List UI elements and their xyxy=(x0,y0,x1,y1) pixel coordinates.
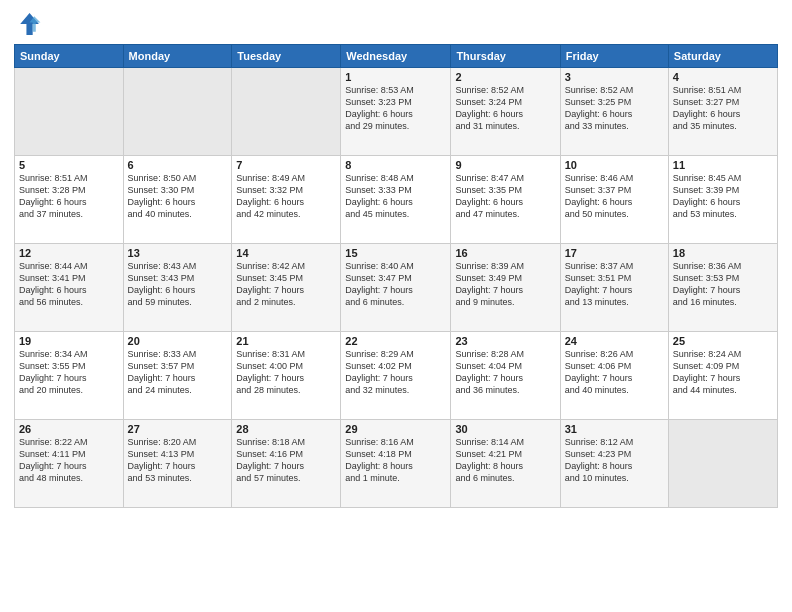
day-number: 21 xyxy=(236,335,336,347)
day-cell: 18Sunrise: 8:36 AM Sunset: 3:53 PM Dayli… xyxy=(668,244,777,332)
day-cell: 22Sunrise: 8:29 AM Sunset: 4:02 PM Dayli… xyxy=(341,332,451,420)
day-cell: 17Sunrise: 8:37 AM Sunset: 3:51 PM Dayli… xyxy=(560,244,668,332)
day-info: Sunrise: 8:29 AM Sunset: 4:02 PM Dayligh… xyxy=(345,348,446,397)
day-cell: 9Sunrise: 8:47 AM Sunset: 3:35 PM Daylig… xyxy=(451,156,560,244)
day-cell: 3Sunrise: 8:52 AM Sunset: 3:25 PM Daylig… xyxy=(560,68,668,156)
day-info: Sunrise: 8:51 AM Sunset: 3:27 PM Dayligh… xyxy=(673,84,773,133)
day-info: Sunrise: 8:36 AM Sunset: 3:53 PM Dayligh… xyxy=(673,260,773,309)
weekday-header-monday: Monday xyxy=(123,45,232,68)
day-number: 26 xyxy=(19,423,119,435)
day-info: Sunrise: 8:52 AM Sunset: 3:24 PM Dayligh… xyxy=(455,84,555,133)
day-cell: 31Sunrise: 8:12 AM Sunset: 4:23 PM Dayli… xyxy=(560,420,668,508)
day-cell: 16Sunrise: 8:39 AM Sunset: 3:49 PM Dayli… xyxy=(451,244,560,332)
day-info: Sunrise: 8:18 AM Sunset: 4:16 PM Dayligh… xyxy=(236,436,336,485)
day-cell: 30Sunrise: 8:14 AM Sunset: 4:21 PM Dayli… xyxy=(451,420,560,508)
calendar-body: 1Sunrise: 8:53 AM Sunset: 3:23 PM Daylig… xyxy=(15,68,778,508)
day-number: 31 xyxy=(565,423,664,435)
day-number: 7 xyxy=(236,159,336,171)
day-number: 3 xyxy=(565,71,664,83)
day-info: Sunrise: 8:51 AM Sunset: 3:28 PM Dayligh… xyxy=(19,172,119,221)
day-info: Sunrise: 8:16 AM Sunset: 4:18 PM Dayligh… xyxy=(345,436,446,485)
day-number: 10 xyxy=(565,159,664,171)
day-info: Sunrise: 8:50 AM Sunset: 3:30 PM Dayligh… xyxy=(128,172,228,221)
day-number: 23 xyxy=(455,335,555,347)
day-cell: 6Sunrise: 8:50 AM Sunset: 3:30 PM Daylig… xyxy=(123,156,232,244)
day-number: 4 xyxy=(673,71,773,83)
day-info: Sunrise: 8:53 AM Sunset: 3:23 PM Dayligh… xyxy=(345,84,446,133)
day-info: Sunrise: 8:31 AM Sunset: 4:00 PM Dayligh… xyxy=(236,348,336,397)
weekday-header-friday: Friday xyxy=(560,45,668,68)
day-cell: 29Sunrise: 8:16 AM Sunset: 4:18 PM Dayli… xyxy=(341,420,451,508)
day-info: Sunrise: 8:45 AM Sunset: 3:39 PM Dayligh… xyxy=(673,172,773,221)
calendar-table: SundayMondayTuesdayWednesdayThursdayFrid… xyxy=(14,44,778,508)
day-cell: 21Sunrise: 8:31 AM Sunset: 4:00 PM Dayli… xyxy=(232,332,341,420)
day-cell: 14Sunrise: 8:42 AM Sunset: 3:45 PM Dayli… xyxy=(232,244,341,332)
day-number: 13 xyxy=(128,247,228,259)
day-cell: 23Sunrise: 8:28 AM Sunset: 4:04 PM Dayli… xyxy=(451,332,560,420)
weekday-header-wednesday: Wednesday xyxy=(341,45,451,68)
day-info: Sunrise: 8:39 AM Sunset: 3:49 PM Dayligh… xyxy=(455,260,555,309)
day-number: 9 xyxy=(455,159,555,171)
day-number: 14 xyxy=(236,247,336,259)
week-row-3: 12Sunrise: 8:44 AM Sunset: 3:41 PM Dayli… xyxy=(15,244,778,332)
day-cell: 13Sunrise: 8:43 AM Sunset: 3:43 PM Dayli… xyxy=(123,244,232,332)
day-info: Sunrise: 8:43 AM Sunset: 3:43 PM Dayligh… xyxy=(128,260,228,309)
day-number: 2 xyxy=(455,71,555,83)
day-number: 8 xyxy=(345,159,446,171)
calendar-header: SundayMondayTuesdayWednesdayThursdayFrid… xyxy=(15,45,778,68)
day-cell: 26Sunrise: 8:22 AM Sunset: 4:11 PM Dayli… xyxy=(15,420,124,508)
day-number: 12 xyxy=(19,247,119,259)
day-number: 30 xyxy=(455,423,555,435)
day-info: Sunrise: 8:26 AM Sunset: 4:06 PM Dayligh… xyxy=(565,348,664,397)
day-cell: 8Sunrise: 8:48 AM Sunset: 3:33 PM Daylig… xyxy=(341,156,451,244)
day-cell: 5Sunrise: 8:51 AM Sunset: 3:28 PM Daylig… xyxy=(15,156,124,244)
day-info: Sunrise: 8:52 AM Sunset: 3:25 PM Dayligh… xyxy=(565,84,664,133)
day-number: 6 xyxy=(128,159,228,171)
day-cell: 1Sunrise: 8:53 AM Sunset: 3:23 PM Daylig… xyxy=(341,68,451,156)
weekday-header-tuesday: Tuesday xyxy=(232,45,341,68)
day-number: 15 xyxy=(345,247,446,259)
header xyxy=(14,10,778,38)
week-row-2: 5Sunrise: 8:51 AM Sunset: 3:28 PM Daylig… xyxy=(15,156,778,244)
day-info: Sunrise: 8:20 AM Sunset: 4:13 PM Dayligh… xyxy=(128,436,228,485)
day-cell xyxy=(668,420,777,508)
day-info: Sunrise: 8:46 AM Sunset: 3:37 PM Dayligh… xyxy=(565,172,664,221)
day-cell: 12Sunrise: 8:44 AM Sunset: 3:41 PM Dayli… xyxy=(15,244,124,332)
logo-icon xyxy=(14,10,42,38)
day-cell: 4Sunrise: 8:51 AM Sunset: 3:27 PM Daylig… xyxy=(668,68,777,156)
day-number: 19 xyxy=(19,335,119,347)
day-number: 11 xyxy=(673,159,773,171)
day-cell: 28Sunrise: 8:18 AM Sunset: 4:16 PM Dayli… xyxy=(232,420,341,508)
day-number: 18 xyxy=(673,247,773,259)
day-cell: 11Sunrise: 8:45 AM Sunset: 3:39 PM Dayli… xyxy=(668,156,777,244)
day-info: Sunrise: 8:47 AM Sunset: 3:35 PM Dayligh… xyxy=(455,172,555,221)
day-number: 27 xyxy=(128,423,228,435)
day-cell: 24Sunrise: 8:26 AM Sunset: 4:06 PM Dayli… xyxy=(560,332,668,420)
day-number: 25 xyxy=(673,335,773,347)
weekday-header-thursday: Thursday xyxy=(451,45,560,68)
week-row-4: 19Sunrise: 8:34 AM Sunset: 3:55 PM Dayli… xyxy=(15,332,778,420)
day-number: 20 xyxy=(128,335,228,347)
day-cell: 2Sunrise: 8:52 AM Sunset: 3:24 PM Daylig… xyxy=(451,68,560,156)
day-cell: 7Sunrise: 8:49 AM Sunset: 3:32 PM Daylig… xyxy=(232,156,341,244)
day-number: 5 xyxy=(19,159,119,171)
day-info: Sunrise: 8:28 AM Sunset: 4:04 PM Dayligh… xyxy=(455,348,555,397)
day-number: 22 xyxy=(345,335,446,347)
day-cell: 19Sunrise: 8:34 AM Sunset: 3:55 PM Dayli… xyxy=(15,332,124,420)
day-number: 16 xyxy=(455,247,555,259)
weekday-row: SundayMondayTuesdayWednesdayThursdayFrid… xyxy=(15,45,778,68)
day-info: Sunrise: 8:12 AM Sunset: 4:23 PM Dayligh… xyxy=(565,436,664,485)
day-cell: 10Sunrise: 8:46 AM Sunset: 3:37 PM Dayli… xyxy=(560,156,668,244)
day-info: Sunrise: 8:22 AM Sunset: 4:11 PM Dayligh… xyxy=(19,436,119,485)
day-number: 29 xyxy=(345,423,446,435)
day-number: 17 xyxy=(565,247,664,259)
day-info: Sunrise: 8:24 AM Sunset: 4:09 PM Dayligh… xyxy=(673,348,773,397)
weekday-header-sunday: Sunday xyxy=(15,45,124,68)
day-info: Sunrise: 8:49 AM Sunset: 3:32 PM Dayligh… xyxy=(236,172,336,221)
week-row-1: 1Sunrise: 8:53 AM Sunset: 3:23 PM Daylig… xyxy=(15,68,778,156)
weekday-header-saturday: Saturday xyxy=(668,45,777,68)
day-cell: 25Sunrise: 8:24 AM Sunset: 4:09 PM Dayli… xyxy=(668,332,777,420)
day-cell: 15Sunrise: 8:40 AM Sunset: 3:47 PM Dayli… xyxy=(341,244,451,332)
day-cell xyxy=(123,68,232,156)
page: SundayMondayTuesdayWednesdayThursdayFrid… xyxy=(0,0,792,612)
